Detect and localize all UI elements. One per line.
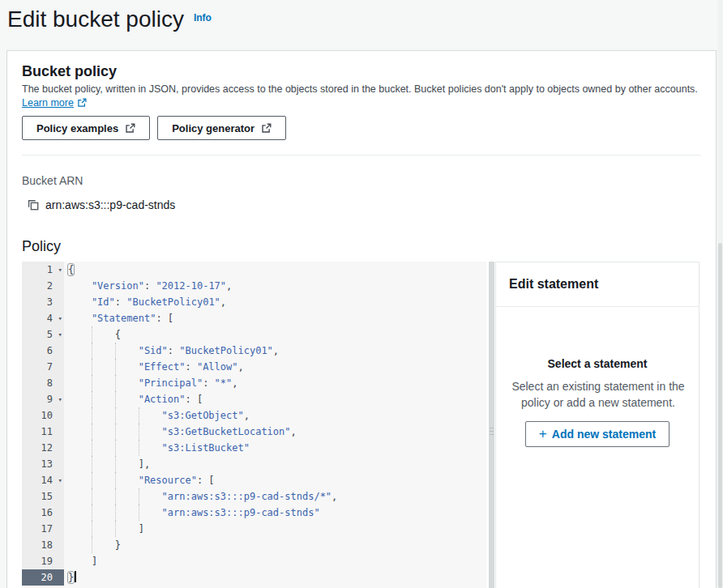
line-number: 7: [22, 359, 64, 375]
line-number: 6: [22, 343, 64, 359]
policy-code-editor[interactable]: 1▾{2"Version": "2012-10-17",3"Id": "Buck…: [22, 262, 486, 588]
info-link[interactable]: Info: [194, 12, 212, 23]
card-title: Bucket policy: [22, 63, 701, 79]
chevron-down-icon[interactable]: ▾: [58, 310, 62, 326]
line-number: 8: [22, 375, 64, 391]
code-line[interactable]: 13],: [22, 456, 486, 472]
line-number: 4▾: [22, 310, 64, 326]
line-number: 15: [22, 488, 64, 505]
external-link-icon: [125, 123, 135, 134]
code-line[interactable]: 2"Version": "2012-10-17",: [22, 278, 486, 294]
code-line[interactable]: 5▾{: [22, 326, 486, 343]
edit-statement-panel: Edit statement Select a statement Select…: [495, 262, 699, 588]
code-line[interactable]: 8"Principal": "*",: [22, 375, 486, 391]
copy-icon[interactable]: [28, 199, 39, 211]
line-number: 3: [22, 294, 64, 310]
code-line[interactable]: 6"Sid": "BucketPolicy01",: [22, 343, 486, 359]
code-line[interactable]: 12"s3:ListBucket": [22, 440, 486, 456]
line-number: 14▾: [22, 472, 64, 488]
line-number: 20: [22, 569, 64, 586]
arn-section: Bucket ARN arn:aws:s3:::p9-cad-stnds Pol…: [7, 173, 716, 255]
policy-heading: Policy: [22, 237, 701, 255]
bucket-arn-label: Bucket ARN: [22, 173, 701, 188]
select-statement-description: Select an existing statement in the poli…: [504, 378, 692, 411]
policy-buttons-row: Policy examples Policy generator: [22, 116, 701, 140]
code-line[interactable]: 19]: [22, 553, 486, 569]
code-line[interactable]: 17]: [22, 521, 486, 537]
learn-more-row: Learn more: [22, 96, 701, 109]
line-number: 11: [22, 424, 64, 440]
chevron-down-icon[interactable]: ▾: [58, 391, 62, 407]
editor-panel-splitter[interactable]: [489, 262, 494, 588]
bucket-policy-card: Bucket policy The bucket policy, written…: [6, 50, 717, 588]
line-number: 19: [22, 553, 64, 569]
page-header: Edit bucket policyInfo: [0, 0, 723, 42]
learn-more-link[interactable]: Learn more: [22, 97, 74, 109]
line-number: 18: [22, 537, 64, 553]
code-line[interactable]: 1▾{: [22, 262, 486, 278]
policy-examples-label: Policy examples: [36, 122, 118, 134]
bucket-arn-value: arn:aws:s3:::p9-cad-stnds: [45, 198, 175, 211]
line-number: 16: [22, 505, 64, 521]
code-line[interactable]: 11"s3:GetBucketLocation",: [22, 424, 486, 440]
code-line[interactable]: 4▾"Statement": [: [22, 310, 486, 326]
code-line[interactable]: 16"arn:aws:s3:::p9-cad-stnds": [22, 505, 486, 521]
chevron-down-icon[interactable]: ▾: [58, 326, 62, 343]
card-divider: [22, 155, 701, 156]
text-cursor: [75, 571, 76, 582]
code-line[interactable]: 18}: [22, 537, 486, 553]
line-number: 13: [22, 456, 64, 472]
page-title: Edit bucket policy: [7, 6, 184, 32]
code-line[interactable]: 14▾"Resource": [: [22, 472, 486, 488]
add-new-statement-button[interactable]: + Add new statement: [525, 421, 670, 447]
page-scrollbar[interactable]: [717, 0, 723, 588]
line-number: 12: [22, 440, 64, 456]
code-line[interactable]: 10"s3:GetObject",: [22, 407, 486, 424]
line-number: 9▾: [22, 391, 64, 407]
line-number: 10: [22, 407, 64, 424]
line-number: 5▾: [22, 326, 64, 343]
line-number: 1▾: [22, 262, 64, 278]
policy-generator-label: Policy generator: [172, 122, 255, 134]
statement-empty-state: Select a statement Select an existing st…: [496, 356, 699, 447]
card-description: The bucket policy, written in JSON, prov…: [22, 83, 701, 96]
add-new-statement-label: Add new statement: [552, 428, 656, 441]
code-lines: 1▾{2"Version": "2012-10-17",3"Id": "Buck…: [22, 262, 486, 586]
plus-icon: +: [539, 427, 547, 441]
select-statement-title: Select a statement: [504, 356, 691, 372]
code-line[interactable]: 3"Id": "BucketPolicy01",: [22, 294, 486, 310]
policy-examples-button[interactable]: Policy examples: [22, 116, 150, 140]
chevron-down-icon[interactable]: ▾: [58, 472, 62, 488]
external-link-icon: [77, 98, 87, 108]
code-line[interactable]: 20}: [22, 569, 486, 586]
code-line[interactable]: 15"arn:aws:s3:::p9-cad-stnds/*",: [22, 488, 486, 505]
external-link-icon: [261, 123, 272, 134]
card-header: Bucket policy The bucket policy, written…: [7, 51, 716, 156]
chevron-down-icon[interactable]: ▾: [58, 262, 62, 278]
line-number: 2: [22, 278, 64, 294]
edit-statement-title: Edit statement: [496, 262, 699, 307]
policy-editor-region: 1▾{2"Version": "2012-10-17",3"Id": "Buck…: [22, 262, 699, 588]
line-number: 17: [22, 521, 64, 537]
bucket-arn-row: arn:aws:s3:::p9-cad-stnds: [22, 198, 701, 211]
scrollbar-thumb[interactable]: [718, 243, 722, 588]
code-line[interactable]: 7"Effect": "Allow",: [22, 359, 486, 375]
code-line[interactable]: 9▾"Action": [: [22, 391, 486, 407]
policy-generator-button[interactable]: Policy generator: [157, 116, 286, 140]
